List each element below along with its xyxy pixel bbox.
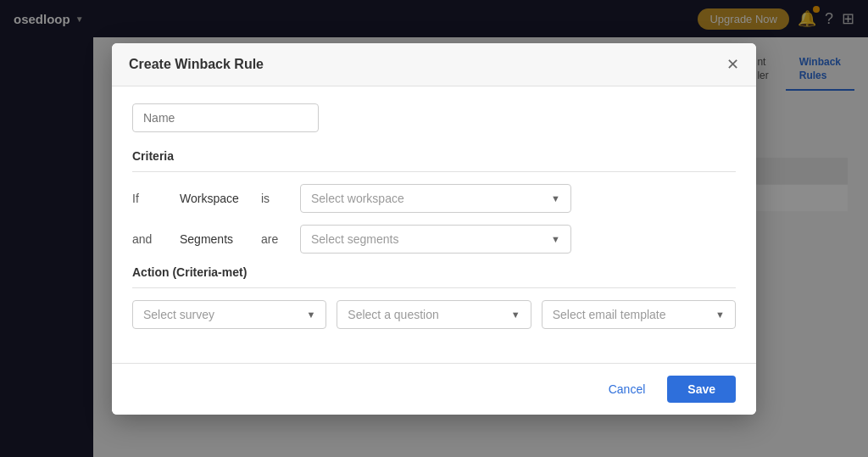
- workspace-select-text: Select workspace: [311, 192, 404, 205]
- email-template-chevron-icon: ▼: [715, 309, 725, 320]
- survey-select-text: Select survey: [143, 308, 214, 321]
- create-winback-rule-modal: Create Winback Rule ✕ Criteria If Worksp…: [112, 43, 756, 415]
- survey-select[interactable]: Select survey ▼: [132, 300, 326, 329]
- workspace-select[interactable]: Select workspace ▼: [300, 184, 571, 213]
- criteria-row-segments: and Segments are Select segments ▼: [132, 225, 736, 254]
- segments-select[interactable]: Select segments ▼: [300, 225, 571, 254]
- criteria-are-operator: are: [261, 232, 287, 246]
- save-button[interactable]: Save: [667, 376, 736, 403]
- criteria-segments-field: Segments: [180, 232, 248, 246]
- name-input[interactable]: [132, 103, 319, 132]
- question-select-text: Select a question: [348, 308, 438, 321]
- modal-close-button[interactable]: ✕: [726, 57, 739, 72]
- question-select[interactable]: Select a question ▼: [337, 300, 531, 329]
- segments-chevron-icon: ▼: [551, 234, 560, 244]
- criteria-and-keyword: and: [132, 232, 166, 246]
- action-row: Select survey ▼ Select a question ▼ Sele…: [132, 300, 736, 329]
- criteria-divider: [132, 171, 736, 172]
- criteria-workspace-field: Workspace: [180, 192, 248, 205]
- question-chevron-icon: ▼: [511, 309, 520, 320]
- modal-overlay: Create Winback Rule ✕ Criteria If Worksp…: [0, 0, 868, 457]
- action-divider: [132, 287, 736, 288]
- modal-body: Criteria If Workspace is Select workspac…: [112, 86, 756, 363]
- cancel-button[interactable]: Cancel: [595, 376, 659, 403]
- criteria-label: Criteria: [132, 149, 736, 163]
- action-label: Action (Criteria-met): [132, 265, 736, 279]
- survey-chevron-icon: ▼: [306, 309, 315, 320]
- modal-footer: Cancel Save: [112, 363, 756, 415]
- modal-header: Create Winback Rule ✕: [112, 43, 756, 86]
- email-template-select[interactable]: Select email template ▼: [542, 300, 736, 329]
- email-template-select-text: Select email template: [553, 308, 666, 321]
- criteria-if-keyword: If: [132, 192, 166, 205]
- criteria-is-operator: is: [261, 192, 287, 205]
- modal-title: Create Winback Rule: [129, 57, 264, 72]
- criteria-row-workspace: If Workspace is Select workspace ▼: [132, 184, 736, 213]
- segments-select-text: Select segments: [311, 232, 399, 246]
- workspace-chevron-icon: ▼: [551, 193, 560, 203]
